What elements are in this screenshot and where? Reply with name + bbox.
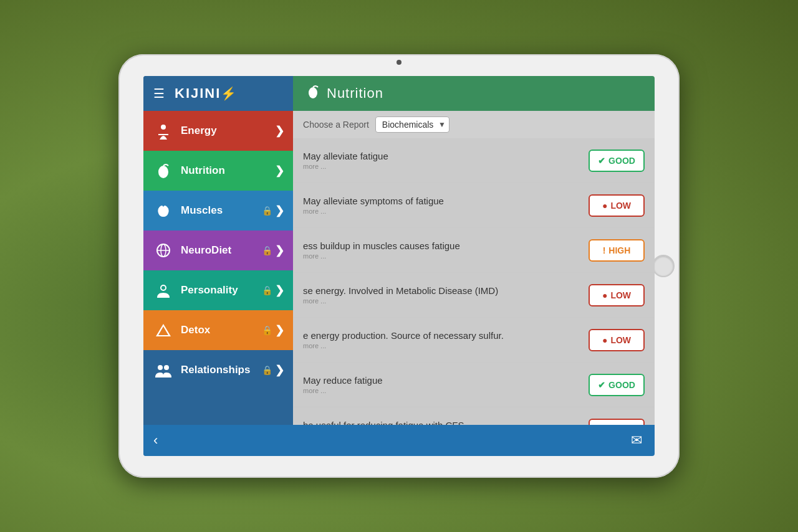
status-icon-4: ● xyxy=(602,335,607,345)
personality-label: Personality xyxy=(181,284,262,297)
content-header: Nutrition xyxy=(293,76,655,111)
item-main-text-5: May reduce fatigue xyxy=(303,375,589,386)
status-label-5: GOOD xyxy=(608,380,635,390)
nav-items: Energy ❯ Nutrition ❯ xyxy=(143,111,293,425)
status-icon-5: ✔ xyxy=(598,380,605,390)
relationships-chevron: ❯ xyxy=(275,363,284,377)
item-main-text-0: May alleviate fatigue xyxy=(303,151,589,161)
svg-point-10 xyxy=(164,365,169,370)
nutrition-icon xyxy=(152,159,175,182)
item-text-1: May alleviate symptoms of fatigue more .… xyxy=(303,196,589,215)
report-select[interactable]: Biochemicals Vitamins Minerals xyxy=(375,116,449,133)
status-badge-4: ● LOW xyxy=(589,329,645,351)
report-bar: Choose a Report Biochemicals Vitamins Mi… xyxy=(293,111,655,138)
status-badge-0: ✔ GOOD xyxy=(589,150,645,172)
item-more-1: more ... xyxy=(303,207,589,215)
list-item[interactable]: e energy production. Source of necessary… xyxy=(293,318,655,363)
list-item[interactable]: May alleviate fatigue more ... ✔ GOOD xyxy=(293,138,655,183)
svg-point-9 xyxy=(158,365,163,370)
item-text-0: May alleviate fatigue more ... xyxy=(303,151,589,170)
item-text-2: ess buildup in muscles causes fatigue mo… xyxy=(303,240,589,260)
svg-point-6 xyxy=(161,286,165,290)
sidebar-item-detox[interactable]: Detox 🔒 ❯ xyxy=(143,310,293,350)
status-label-1: LOW xyxy=(610,201,631,211)
status-icon-0: ✔ xyxy=(598,156,605,166)
status-label-2: HIGH xyxy=(608,245,630,255)
item-main-text-2: ess buildup in muscles causes fatigue xyxy=(303,240,589,251)
report-label-text: hoose a Report xyxy=(309,120,369,130)
item-more-0: more ... xyxy=(303,163,589,170)
item-more-5: more ... xyxy=(303,387,589,394)
item-more-3: more ... xyxy=(303,297,589,305)
sidebar-item-nutrition[interactable]: Nutrition ❯ xyxy=(143,151,293,191)
neurodiet-chevron: ❯ xyxy=(275,244,284,257)
status-icon-3: ● xyxy=(602,290,607,300)
relationships-label: Relationships xyxy=(181,364,262,376)
item-main-text-1: May alleviate symptoms of fatigue xyxy=(303,196,589,206)
lightning-icon: ⚡ xyxy=(221,87,238,100)
status-label-0: GOOD xyxy=(608,156,635,166)
svg-point-11 xyxy=(309,87,317,98)
personality-lock: 🔒 xyxy=(262,285,272,295)
sidebar-item-energy[interactable]: Energy ❯ xyxy=(143,111,293,151)
muscles-lock: 🔒 xyxy=(262,206,272,216)
detox-icon xyxy=(152,319,175,341)
tablet-screen: ☰ KIJINI⚡ Energy ❯ xyxy=(143,76,655,456)
status-badge-3: ● LOW xyxy=(589,284,645,306)
content-title: Nutrition xyxy=(327,85,383,102)
list-item[interactable]: May reduce fatigue more ... ✔ GOOD xyxy=(293,363,655,407)
sidebar-item-personality[interactable]: Personality 🔒 ❯ xyxy=(143,270,293,310)
neurodiet-icon xyxy=(152,239,175,262)
content-header-icon xyxy=(305,84,320,103)
app-logo: KIJINI⚡ xyxy=(175,85,238,102)
items-list: May alleviate fatigue more ... ✔ GOOD Ma… xyxy=(293,138,655,425)
item-main-text-6: be useful for reducing fatigue with CFS xyxy=(303,420,589,425)
muscles-chevron: ❯ xyxy=(275,204,284,217)
status-label-4: LOW xyxy=(610,335,631,345)
status-icon-1: ● xyxy=(602,201,607,211)
item-text-5: May reduce fatigue more ... xyxy=(303,375,589,394)
back-button[interactable]: ‹ xyxy=(153,432,158,449)
list-item[interactable]: May alleviate symptoms of fatigue more .… xyxy=(293,183,655,228)
relationships-lock: 🔒 xyxy=(262,365,272,375)
neurodiet-label: NeuroDiet xyxy=(181,244,262,257)
status-badge-1: ● LOW xyxy=(589,194,645,217)
mail-icon[interactable]: ✉ xyxy=(631,432,642,449)
sidebar-item-relationships[interactable]: Relationships 🔒 ❯ xyxy=(143,350,293,390)
status-badge-2: ! HIGH xyxy=(589,239,645,262)
item-more-2: more ... xyxy=(303,252,589,260)
sidebar-header: ☰ KIJINI⚡ xyxy=(143,76,293,111)
svg-point-1 xyxy=(158,166,168,178)
item-text-3: se energy. Involved in Metabolic Disease… xyxy=(303,285,589,305)
list-item[interactable]: be useful for reducing fatigue with CFS … xyxy=(293,407,655,425)
detox-lock: 🔒 xyxy=(262,325,272,335)
personality-chevron: ❯ xyxy=(275,283,284,297)
status-badge-5: ✔ GOOD xyxy=(589,374,645,396)
item-main-text-4: e energy production. Source of necessary… xyxy=(303,330,589,341)
main-content: Nutrition Choose a Report Biochemicals V… xyxy=(293,76,655,456)
sidebar-item-muscles[interactable]: Muscles 🔒 ❯ xyxy=(143,191,293,230)
list-item[interactable]: ess buildup in muscles causes fatigue mo… xyxy=(293,228,655,273)
item-text-6: be useful for reducing fatigue with CFS … xyxy=(303,420,589,425)
sidebar-footer: ‹ xyxy=(143,425,293,456)
status-badge-6: ● LOW xyxy=(589,419,645,425)
sidebar: ☰ KIJINI⚡ Energy ❯ xyxy=(143,76,293,456)
energy-icon xyxy=(152,120,175,142)
report-select-wrapper: Biochemicals Vitamins Minerals ▼ xyxy=(375,116,449,133)
status-label-3: LOW xyxy=(610,290,631,300)
detox-label: Detox xyxy=(181,324,262,336)
hamburger-icon[interactable]: ☰ xyxy=(153,86,165,101)
neurodiet-lock: 🔒 xyxy=(262,245,272,255)
energy-label: Energy xyxy=(181,125,275,137)
logo-text: KIJINI xyxy=(175,85,221,101)
personality-icon xyxy=(152,279,175,302)
tablet-frame: ☰ KIJINI⚡ Energy ❯ xyxy=(118,54,680,478)
item-main-text-3: se energy. Involved in Metabolic Disease… xyxy=(303,285,589,296)
home-button[interactable] xyxy=(652,255,675,277)
nutrition-label: Nutrition xyxy=(181,164,275,177)
sidebar-item-neurodiet[interactable]: NeuroDiet 🔒 ❯ xyxy=(143,230,293,270)
muscles-label: Muscles xyxy=(181,204,262,217)
nutrition-chevron: ❯ xyxy=(275,164,284,178)
list-item[interactable]: se energy. Involved in Metabolic Disease… xyxy=(293,273,655,318)
energy-chevron: ❯ xyxy=(275,124,284,138)
